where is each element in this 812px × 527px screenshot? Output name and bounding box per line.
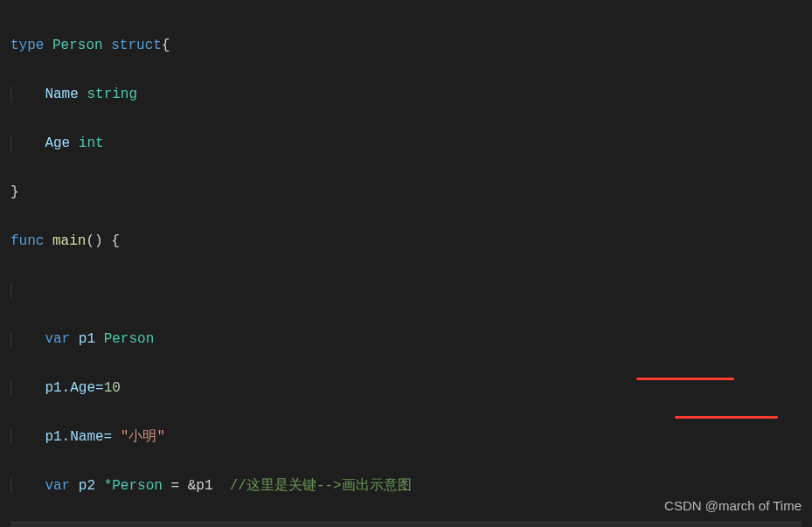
code-line: Age int xyxy=(10,131,802,156)
code-line: Name string xyxy=(10,82,802,107)
code-line: } xyxy=(10,180,802,205)
watermark: CSDN @march of Time xyxy=(664,494,802,518)
code-line xyxy=(10,278,802,302)
code-editor[interactable]: type Person struct{ Name string Age int … xyxy=(0,0,812,527)
code-line: type Person struct{ xyxy=(10,33,802,58)
code-line: func main() { xyxy=(10,229,802,253)
code-line-highlighted xyxy=(10,522,802,527)
code-line: var p1 Person xyxy=(10,327,802,351)
annotation-underline xyxy=(636,378,734,380)
annotation-underline xyxy=(675,416,778,419)
code-line: p1.Name= "小明" xyxy=(10,425,802,449)
